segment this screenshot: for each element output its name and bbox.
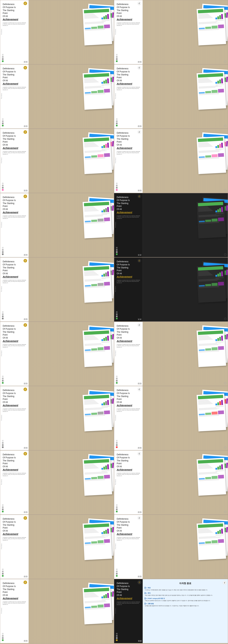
brand-watermark: Forbes <box>1 608 2 614</box>
card-headline-5: Of All <box>117 401 141 404</box>
card-headline-5: Of All <box>3 465 27 468</box>
nav-controls[interactable]: ◀ ▶ <box>24 126 28 127</box>
card-headline-3: The Starting <box>3 588 27 591</box>
info-button[interactable]: i <box>224 318 226 320</box>
doc-section-3: 4. 진행 방법 단계별 진행 방법에 따라 체계적으로 운영됩니다. 각 참여… <box>145 603 226 607</box>
card-headline-3: The Starting <box>3 395 27 398</box>
nav-controls[interactable]: ◀ ▶ <box>138 576 142 577</box>
brand-watermark: Forbes <box>1 29 2 34</box>
card-subtext: a projection considers that to be a deci… <box>117 151 141 155</box>
logo-icon: C <box>24 452 27 456</box>
card-headline-4: Point <box>117 205 141 208</box>
card-headline-4: Point <box>117 526 141 530</box>
info-button[interactable]: i <box>110 254 112 256</box>
logo-icon: C <box>24 323 27 327</box>
info-button[interactable]: i <box>224 254 226 256</box>
info-button[interactable]: i <box>224 189 226 192</box>
card-headline-5: Of All <box>117 144 141 146</box>
card-achievement: Achievement <box>117 404 141 407</box>
card-subtext: a projection considers that to be a deci… <box>117 537 141 541</box>
info-button[interactable]: i <box>224 125 226 127</box>
nav-controls[interactable]: ◀ ▶ <box>24 383 28 384</box>
card-headline-1: Definiteness <box>3 3 27 6</box>
nav-controls[interactable]: ◀ ▶ <box>24 190 28 192</box>
nav-controls[interactable]: ◀ ▶ <box>24 447 28 449</box>
doc-section-content-2: 카테고리 분류에 따른 포인트 시스템을 도입하여 효율적인 관리가 가능합니다… <box>145 600 226 602</box>
card-subtext: a projection considers that to be a deci… <box>3 408 27 412</box>
info-button[interactable]: i <box>224 575 226 577</box>
card-headline-1: Definiteness <box>117 3 141 6</box>
info-button[interactable]: i <box>224 511 226 513</box>
info-button[interactable]: i <box>110 639 112 642</box>
nav-controls[interactable]: ◀ ▶ <box>138 318 142 320</box>
card-achievement: Achievement <box>117 468 141 472</box>
logo-icon: C <box>138 66 141 70</box>
info-button[interactable]: i <box>110 382 112 384</box>
nav-controls[interactable]: ◀ ▶ <box>138 254 142 256</box>
nav-arrows[interactable]: ◀ ▶ <box>138 640 142 642</box>
card-headline-2: Of Purpose Is <box>117 328 141 330</box>
nav-controls[interactable]: ◀ ▶ <box>24 61 28 63</box>
nav-controls[interactable]: ◀ ▶ <box>138 447 142 449</box>
card-headline-3: The Starting <box>117 395 141 398</box>
brand-watermark: Forbes <box>1 222 2 228</box>
info-button[interactable]: i <box>110 125 112 127</box>
nav-controls[interactable]: ◀ ▶ <box>138 61 142 63</box>
nav-controls[interactable]: ◀ ▶ <box>24 640 28 642</box>
info-button[interactable]: i <box>224 446 226 449</box>
subtext-label: a projection considers that to be a deci… <box>117 602 141 606</box>
nav-controls[interactable]: ◀ ▶ <box>138 126 142 127</box>
card-headline-2: Of Purpose Is <box>117 70 141 73</box>
info-button[interactable]: i <box>110 575 112 577</box>
nav-controls[interactable]: ◀ ▶ <box>24 512 28 513</box>
info-button[interactable]: i <box>110 511 112 513</box>
card-headline-2: Of Purpose Is <box>3 70 27 73</box>
nav-controls[interactable]: ◀ ▶ <box>138 190 142 192</box>
card-headline-2: Of Purpose Is <box>117 520 141 524</box>
info-button[interactable]: i <box>224 60 226 63</box>
card-headline-1: Definiteness <box>117 389 141 392</box>
info-button[interactable]: i <box>110 60 112 63</box>
card-headline-5: Of All <box>3 336 27 340</box>
card-headline-3: The Starting <box>3 266 27 269</box>
card-subtext: a projection considers that to be a deci… <box>117 22 141 26</box>
card-1: Definiteness Of Purpose Is The Starting … <box>0 0 114 64</box>
card-achievement: Achievement <box>117 532 141 536</box>
logo-icon: C <box>138 194 141 198</box>
card-headline-1: Definiteness <box>3 132 27 134</box>
logo-icon: C <box>24 516 27 520</box>
card-subtext: a projection considers that to be a deci… <box>3 22 27 26</box>
nav-controls[interactable]: ◀ ▶ <box>24 254 28 256</box>
card-achievement: Achievement <box>3 211 27 214</box>
brand-watermark: Forbes <box>1 415 2 420</box>
doc-section-content-0: 이 문서는 자격현 종료에 관한 내용을 담고 있습니다. 해당 프로그램의 목… <box>145 589 226 591</box>
card-headline-1: Definiteness <box>117 453 141 456</box>
brand-watermark: Forbes <box>115 93 116 99</box>
card-headline-4: Point <box>117 462 141 465</box>
card-achievement: Achievement <box>117 18 141 22</box>
card-headline-1: Definiteness <box>3 389 27 392</box>
card-headline-1: Definiteness <box>117 67 141 70</box>
info-button[interactable]: i <box>110 189 112 192</box>
info-button[interactable]: i <box>110 318 112 320</box>
headline-line3: The Starting <box>117 588 141 591</box>
card-headline-3: The Starting <box>3 73 27 76</box>
card-4: Definiteness Of Purpose Is The Starting … <box>114 64 228 129</box>
card-headline-4: Point <box>3 205 27 208</box>
info-button[interactable]: i <box>110 446 112 449</box>
card-10: Definiteness Of Purpose Is The Starting … <box>114 257 228 322</box>
nav-controls[interactable]: ◀ ▶ <box>138 512 142 513</box>
card-headline-5: Of All <box>3 401 27 404</box>
card-subtext: a projection considers that to be a deci… <box>117 408 141 412</box>
nav-controls[interactable]: ◀ ▶ <box>24 318 28 320</box>
card-headline-4: Point <box>3 12 27 15</box>
info-button[interactable]: i <box>224 382 226 384</box>
logo-icon: C <box>138 323 141 327</box>
nav-controls[interactable]: ◀ ▶ <box>24 576 28 577</box>
card-headline-5: Of All <box>117 208 141 211</box>
nav-controls[interactable]: ◀ ▶ <box>138 383 142 384</box>
card-subtext: a projection considers that to be a deci… <box>3 215 27 219</box>
card-headline-1: Definiteness <box>3 196 27 199</box>
card-subtext: a projection considers that to be a deci… <box>117 86 141 91</box>
card-headline-2: Of Purpose Is <box>3 263 27 266</box>
